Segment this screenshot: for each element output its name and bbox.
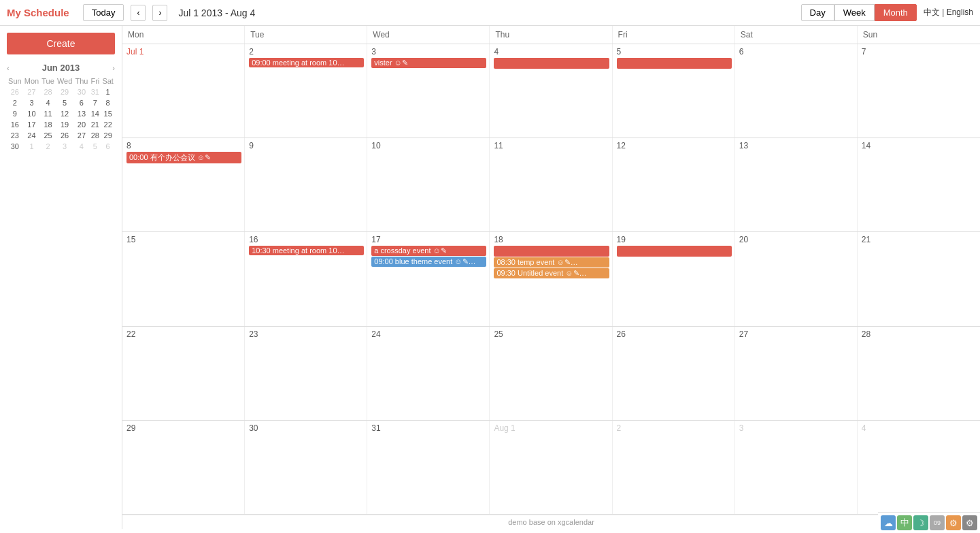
calendar-cell[interactable]: 9 bbox=[245, 138, 367, 231]
bottom-icon-gear1[interactable]: ⚙ bbox=[946, 515, 961, 529]
mini-cal-day[interactable]: 26 bbox=[7, 86, 23, 97]
calendar-cell[interactable]: 27 bbox=[735, 327, 858, 420]
lang-zh[interactable]: 中文 bbox=[924, 7, 940, 17]
mini-cal-day[interactable]: 9 bbox=[7, 108, 23, 119]
event-bar-orange1[interactable]: 08:30 temp event ☺✎… bbox=[494, 257, 609, 268]
calendar-cell[interactable]: 29 bbox=[122, 421, 245, 514]
event-bar-span-mid[interactable] bbox=[494, 58, 609, 69]
mini-cal-day[interactable]: 10 bbox=[23, 108, 41, 119]
mini-cal-day[interactable]: 22 bbox=[101, 119, 115, 130]
mini-cal-day[interactable]: 5 bbox=[89, 141, 101, 152]
mini-cal-day[interactable]: 14 bbox=[89, 108, 101, 119]
month-view-button[interactable]: Month bbox=[875, 4, 917, 21]
calendar-cell[interactable]: 4 bbox=[858, 421, 980, 514]
calendar-cell[interactable]: 11 bbox=[490, 138, 612, 231]
calendar-cell[interactable]: 7 bbox=[858, 44, 980, 138]
mini-cal-day[interactable]: 6 bbox=[73, 97, 89, 108]
calendar-cell[interactable]: 13 bbox=[735, 138, 858, 231]
event-bar-span-start[interactable]: vister ☺✎ bbox=[371, 58, 486, 68]
calendar-cell[interactable]: 21 bbox=[858, 232, 980, 325]
calendar-cell[interactable]: 18 08:30 temp event ☺✎…09:30 Untitled ev… bbox=[490, 232, 612, 325]
event-bar-crossday-mid[interactable] bbox=[494, 246, 609, 257]
mini-cal-day[interactable]: 19 bbox=[56, 119, 74, 130]
event-bar[interactable]: 10:30 meeting at room 10… bbox=[249, 246, 364, 255]
event-bar-crossday-start[interactable]: a crossday event ☺✎ bbox=[371, 246, 486, 256]
calendar-cell[interactable]: 26 bbox=[613, 327, 735, 420]
calendar-cell[interactable]: 15 bbox=[122, 232, 245, 325]
next-button[interactable]: › bbox=[152, 5, 167, 21]
create-button[interactable]: Create bbox=[7, 33, 115, 54]
bottom-icon-moon[interactable]: ☽ bbox=[913, 515, 928, 529]
bottom-icon-zh[interactable]: 中 bbox=[897, 515, 912, 529]
calendar-cell[interactable]: 31 bbox=[367, 421, 490, 514]
mini-cal-day[interactable]: 7 bbox=[89, 97, 101, 108]
mini-cal-day[interactable]: 1 bbox=[23, 141, 41, 152]
mini-cal-day[interactable]: 29 bbox=[101, 130, 115, 141]
calendar-cell[interactable]: Aug 1 bbox=[490, 421, 612, 514]
event-bar-blue[interactable]: 09:00 blue theme event ☺✎… bbox=[371, 257, 486, 267]
calendar-cell[interactable]: 17a crossday event ☺✎09:00 blue theme ev… bbox=[367, 232, 490, 325]
mini-cal-day[interactable]: 4 bbox=[73, 141, 89, 152]
mini-cal-day[interactable]: 30 bbox=[73, 86, 89, 97]
mini-cal-day[interactable]: 28 bbox=[40, 86, 56, 97]
calendar-cell[interactable]: 20 bbox=[735, 232, 858, 325]
calendar-cell[interactable]: 2 bbox=[613, 421, 735, 514]
calendar-cell[interactable]: 14 bbox=[858, 138, 980, 231]
mini-cal-day[interactable]: 23 bbox=[7, 130, 23, 141]
mini-cal-day[interactable]: 13 bbox=[73, 108, 89, 119]
mini-cal-day[interactable]: 5 bbox=[56, 97, 74, 108]
lang-en[interactable]: English bbox=[947, 7, 973, 17]
mini-cal-day[interactable]: 8 bbox=[101, 97, 115, 108]
mini-cal-day[interactable]: 26 bbox=[56, 130, 74, 141]
week-view-button[interactable]: Week bbox=[834, 4, 875, 21]
mini-cal-day[interactable]: 16 bbox=[7, 119, 23, 130]
calendar-cell[interactable]: 24 bbox=[367, 327, 490, 420]
calendar-cell[interactable]: 22 bbox=[122, 327, 245, 420]
calendar-cell[interactable]: 10 bbox=[367, 138, 490, 231]
mini-cal-day[interactable]: 11 bbox=[40, 108, 56, 119]
mini-cal-day[interactable]: 3 bbox=[23, 97, 41, 108]
mini-cal-day[interactable]: 28 bbox=[89, 130, 101, 141]
mini-cal-day[interactable]: 17 bbox=[23, 119, 41, 130]
calendar-cell[interactable]: Jul 1 bbox=[122, 44, 245, 138]
mini-cal-day[interactable]: 25 bbox=[40, 130, 56, 141]
mini-cal-day[interactable]: 21 bbox=[89, 119, 101, 130]
mini-cal-day[interactable]: 20 bbox=[73, 119, 89, 130]
calendar-cell[interactable]: 5 bbox=[613, 44, 735, 138]
bottom-icon-cloud[interactable]: ☁ bbox=[881, 515, 896, 529]
mini-prev-button[interactable]: ‹ bbox=[7, 64, 10, 72]
prev-button[interactable]: ‹ bbox=[131, 5, 146, 21]
mini-cal-day[interactable]: 2 bbox=[40, 141, 56, 152]
day-view-button[interactable]: Day bbox=[801, 4, 834, 21]
mini-cal-day[interactable]: 18 bbox=[40, 119, 56, 130]
event-bar[interactable]: 00:00 有个办公会议 ☺✎ bbox=[126, 152, 241, 163]
calendar-cell[interactable]: 19 bbox=[613, 232, 735, 325]
calendar-cell[interactable]: 12 bbox=[613, 138, 735, 231]
calendar-cell[interactable]: 6 bbox=[735, 44, 858, 138]
mini-cal-day[interactable]: 31 bbox=[89, 86, 101, 97]
mini-cal-day[interactable]: 4 bbox=[40, 97, 56, 108]
mini-cal-day[interactable]: 6 bbox=[101, 141, 115, 152]
bottom-icon-num[interactable]: 09 bbox=[930, 515, 945, 529]
mini-cal-day[interactable]: 3 bbox=[56, 141, 74, 152]
mini-cal-day[interactable]: 24 bbox=[23, 130, 41, 141]
calendar-cell[interactable]: 30 bbox=[245, 421, 367, 514]
calendar-cell[interactable]: 25 bbox=[490, 327, 612, 420]
calendar-cell[interactable]: 209:00 meeting at room 10… bbox=[245, 44, 367, 138]
mini-cal-day[interactable]: 2 bbox=[7, 97, 23, 108]
event-bar[interactable]: 09:00 meeting at room 10… bbox=[249, 58, 364, 67]
mini-cal-day[interactable]: 1 bbox=[101, 86, 115, 97]
calendar-cell[interactable]: 3 bbox=[735, 421, 858, 514]
event-bar-crossday-mid[interactable] bbox=[617, 246, 732, 257]
event-bar-span-mid[interactable] bbox=[617, 58, 732, 69]
bottom-icon-gear2[interactable]: ⚙ bbox=[962, 515, 977, 529]
calendar-cell[interactable]: 3vister ☺✎ bbox=[367, 44, 490, 138]
calendar-cell[interactable]: 23 bbox=[245, 327, 367, 420]
mini-next-button[interactable]: › bbox=[112, 64, 115, 72]
mini-cal-day[interactable]: 29 bbox=[56, 86, 74, 97]
calendar-cell[interactable]: 800:00 有个办公会议 ☺✎ bbox=[122, 138, 245, 231]
mini-cal-day[interactable]: 27 bbox=[23, 86, 41, 97]
mini-cal-day[interactable]: 12 bbox=[56, 108, 74, 119]
calendar-cell[interactable]: 28 bbox=[858, 327, 980, 420]
calendar-cell[interactable]: 1610:30 meeting at room 10… bbox=[245, 232, 367, 325]
